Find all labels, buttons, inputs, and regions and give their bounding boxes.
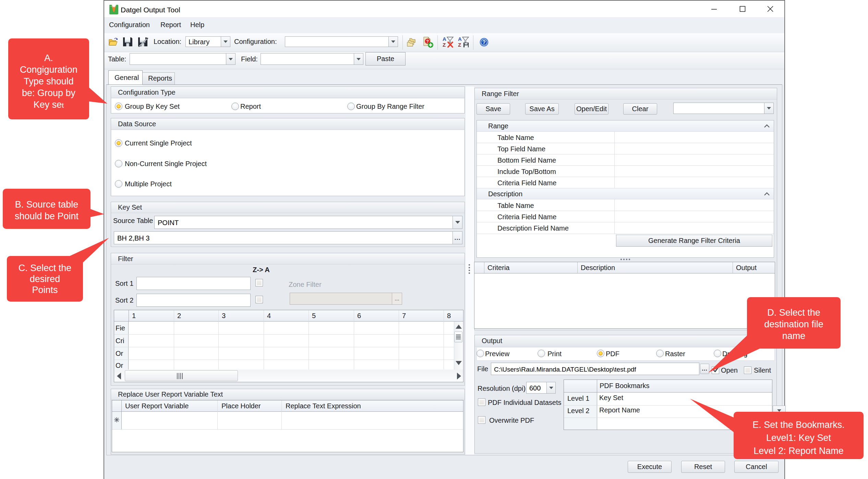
svg-text:Z: Z xyxy=(458,42,461,48)
svg-text:Z: Z xyxy=(443,42,446,48)
svg-text:?: ? xyxy=(482,39,486,45)
svg-text:?: ? xyxy=(426,39,429,44)
svg-text:A: A xyxy=(443,36,446,42)
svg-text:A: A xyxy=(458,36,462,42)
